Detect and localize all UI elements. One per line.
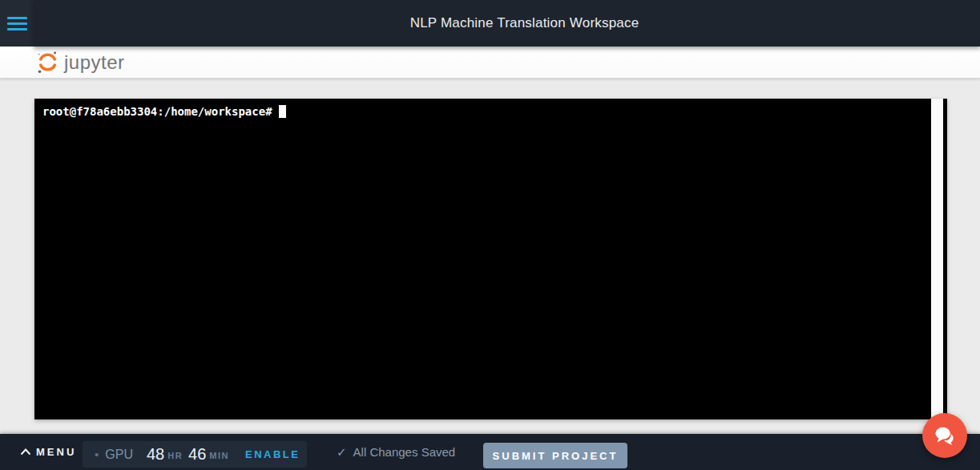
hamburger-menu-button[interactable] [7,17,27,30]
save-status-label: All Changes Saved [353,445,456,459]
terminal-prompt: root@f78a6ebb3304:/home/workspace# [42,105,272,118]
save-status: ✓ All Changes Saved [337,434,455,470]
gpu-status-dot-icon: • [95,448,99,460]
bottom-bar: MENU • GPU 48 HR 46 MIN ENABLE ✓ All Cha… [0,434,980,470]
chevron-up-icon [20,448,31,456]
top-app-bar: NLP Machine Translation Workspace [0,0,980,47]
jupyter-planet-icon [37,51,58,74]
gpu-hours-unit: HR [167,451,183,460]
titlebar: NLP Machine Translation Workspace [34,0,980,47]
terminal-line: root@f78a6ebb3304:/home/workspace# [42,105,286,118]
gpu-minutes-unit: MIN [209,451,229,460]
menu-label: MENU [36,446,76,458]
chat-launcher-button[interactable] [922,413,967,458]
gpu-enable-button[interactable]: ENABLE [245,448,300,460]
terminal-scrollbar[interactable] [931,99,943,419]
jupyter-logo[interactable]: jupyter [37,51,125,74]
chat-bubble-icon [933,423,957,448]
gpu-hours-value: 48 [147,445,164,464]
jupyter-header-bar: jupyter [0,47,980,79]
hamburger-icon [7,17,27,19]
menu-toggle-button[interactable]: MENU [20,434,76,470]
submit-project-button[interactable]: SUBMIT PROJECT [483,443,627,468]
gpu-minutes-value: 46 [188,445,206,464]
jupyter-brand-text: jupyter [64,51,125,74]
terminal[interactable]: root@f78a6ebb3304:/home/workspace# [34,99,947,419]
hamburger-strip [0,0,34,47]
gpu-label: GPU [105,448,133,462]
check-icon: ✓ [337,445,347,460]
page-title: NLP Machine Translation Workspace [410,15,639,31]
gpu-status-panel: • GPU 48 HR 46 MIN ENABLE [83,441,307,468]
terminal-cursor [279,105,286,118]
